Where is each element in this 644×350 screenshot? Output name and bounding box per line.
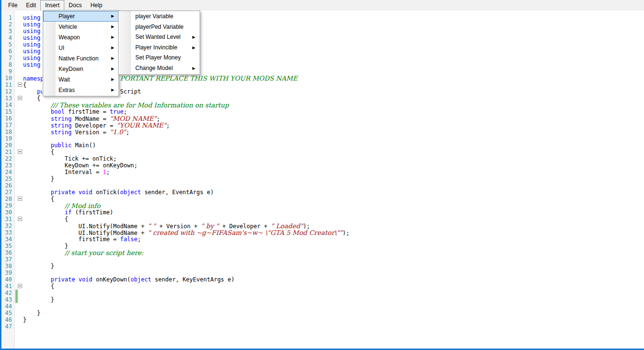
menubar-item-insert[interactable]: Insert: [40, 0, 64, 11]
code-text[interactable]: }: [23, 296, 644, 303]
line-number: 45: [1, 310, 14, 316]
line-number: 19: [1, 135, 14, 142]
code-token: public: [51, 142, 72, 149]
code-token: object: [131, 276, 151, 283]
menu-item-label: Player: [59, 13, 75, 20]
line-number: 39: [1, 269, 14, 276]
submenu-arrow-icon: ▶: [111, 85, 114, 95]
menu-item-label: Set Player Money: [135, 54, 181, 61]
fold-margin: [14, 209, 23, 216]
code-token: (firstTime): [72, 209, 113, 216]
line-number: 10: [1, 75, 14, 82]
insert-menu-item-native-function[interactable]: Native Function▶: [43, 53, 119, 64]
code-token: firstTime =: [23, 236, 120, 243]
code-text[interactable]: [23, 269, 644, 276]
submenu-item-player-invincible[interactable]: Player Invincible▶: [119, 43, 200, 53]
code-token: Main(): [72, 142, 96, 149]
line-number: 13: [1, 95, 14, 102]
code-text[interactable]: KeyDown += onKeyDown;: [23, 162, 644, 169]
submenu-item-set-wanted-level[interactable]: Set Wanted Level▶: [119, 32, 200, 43]
submenu-item-playerped-variable[interactable]: playerPed Variable: [119, 22, 200, 33]
code-line: 40 private void onKeyDown(object sender,…: [1, 276, 644, 283]
submenu-arrow-icon: ▶: [192, 43, 195, 53]
code-text[interactable]: [23, 256, 644, 263]
code-text[interactable]: {: [23, 283, 644, 290]
code-token: [23, 88, 37, 95]
code-line: 18 string Version = "1.0";: [1, 128, 644, 135]
submenu-item-set-player-money[interactable]: Set Player Money: [119, 53, 200, 63]
code-text[interactable]: UI.Notify(ModName + " " + Version + " by…: [23, 222, 644, 229]
code-text[interactable]: }: [23, 243, 644, 249]
code-token: [23, 276, 51, 283]
code-text[interactable]: [23, 135, 644, 142]
code-text[interactable]: [23, 290, 644, 296]
insert-menu-item-vehicle[interactable]: Vehicle▶: [43, 22, 119, 32]
insert-menu-item-keydown[interactable]: KeyDown▶: [43, 64, 119, 74]
code-text[interactable]: string Version = "1.0";: [23, 128, 644, 135]
code-text[interactable]: Tick += onTick;: [23, 155, 644, 162]
code-line: 15 bool firstTime = true;: [1, 108, 644, 115]
menubar-item-docs[interactable]: Docs: [64, 0, 86, 11]
line-number: 46: [1, 316, 14, 323]
menubar-item-file[interactable]: File: [4, 0, 22, 11]
insert-menu-item-ui[interactable]: UI▶: [43, 43, 119, 53]
code-fold-toggle[interactable]: [18, 150, 22, 154]
fold-margin: [14, 263, 23, 269]
fold-margin: [14, 41, 23, 48]
code-text[interactable]: {: [23, 216, 644, 222]
code-line: 34 firstTime = false;: [1, 236, 644, 243]
code-token: void: [79, 189, 93, 196]
line-number: 31: [1, 216, 14, 222]
line-number: 33: [1, 229, 14, 236]
code-text[interactable]: [23, 182, 644, 189]
fold-margin: [14, 316, 23, 323]
code-text[interactable]: private void onTick(object sender, Event…: [23, 189, 644, 196]
code-text[interactable]: }: [23, 263, 644, 269]
code-text[interactable]: /// These variables are for Mod Informat…: [23, 102, 644, 108]
fold-margin: [14, 122, 23, 128]
insert-menu-item-wait[interactable]: Wait▶: [43, 74, 119, 85]
fold-margin: [14, 236, 23, 243]
code-text[interactable]: string Developer = "YOUR NAME";: [23, 122, 644, 128]
code-text[interactable]: firstTime = false;: [23, 236, 644, 243]
code-text[interactable]: {: [23, 149, 644, 155]
code-text[interactable]: // start your script here:: [23, 249, 644, 256]
app-window: FileEditInsertDocsHelp 1using2using3usin…: [0, 0, 644, 350]
code-text[interactable]: public Main(): [23, 142, 644, 149]
code-text[interactable]: {: [23, 196, 644, 202]
code-text[interactable]: private void onKeyDown(object sender, Ke…: [23, 276, 644, 283]
code-fold-toggle[interactable]: [18, 96, 22, 100]
code-text[interactable]: UI.Notify(ModName + " created with ~g~FI…: [23, 229, 644, 236]
fold-margin: [14, 182, 23, 189]
submenu-item-player-variable[interactable]: player Variable: [119, 12, 200, 22]
code-token: using: [23, 21, 40, 28]
insert-menu-item-player[interactable]: Player▶: [43, 11, 119, 22]
code-fold-toggle[interactable]: [18, 197, 22, 201]
line-number: 21: [1, 149, 14, 155]
code-line: 35 }: [1, 243, 644, 249]
insert-menu-item-weapon[interactable]: Weapon▶: [43, 32, 119, 43]
code-text[interactable]: }: [23, 316, 644, 323]
menubar-item-help[interactable]: Help: [86, 0, 107, 11]
code-text[interactable]: Interval = 1;: [23, 169, 644, 175]
code-fold-toggle[interactable]: [18, 82, 22, 87]
code-text[interactable]: if (firstTime): [23, 209, 644, 216]
code-text[interactable]: }: [23, 310, 644, 316]
code-text[interactable]: }: [23, 175, 644, 182]
fold-margin: [14, 28, 23, 35]
submenu-item-change-model[interactable]: Change Model▶: [119, 63, 200, 74]
insert-menu-item-extras[interactable]: Extras▶: [43, 85, 119, 95]
code-text[interactable]: // Mod info: [23, 202, 644, 209]
fold-margin: [14, 115, 23, 122]
code-fold-toggle[interactable]: [18, 217, 22, 221]
change-tracking-bar: [15, 296, 18, 303]
code-token: UI.Notify(ModName +: [23, 230, 148, 236]
code-text[interactable]: [23, 323, 644, 330]
code-line: 27 private void onTick(object sender, Ev…: [1, 189, 644, 196]
code-text[interactable]: string ModName = "MOD NAME";: [23, 115, 644, 122]
code-text[interactable]: bool firstTime = true;: [23, 108, 644, 115]
submenu-arrow-icon: ▶: [111, 11, 114, 22]
menubar-item-edit[interactable]: Edit: [22, 0, 40, 11]
code-fold-toggle[interactable]: [18, 284, 22, 288]
code-text[interactable]: [23, 303, 644, 310]
